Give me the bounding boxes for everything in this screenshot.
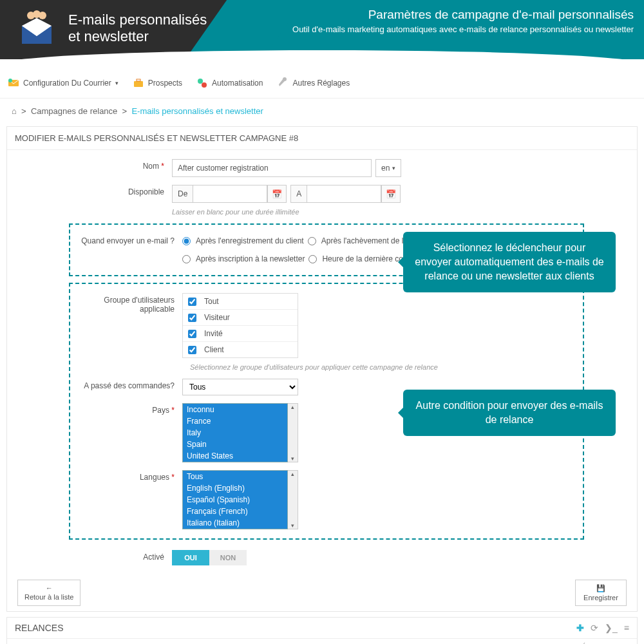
- breadcrumb: ⌂ > Campagnes de relance > E-mails perso…: [0, 99, 644, 124]
- radio-newsletter-signup[interactable]: Après inscription à la newsletter: [182, 252, 305, 266]
- mail-icon: [8, 77, 19, 89]
- add-icon[interactable]: ✚: [576, 623, 584, 633]
- user-group-checklist: Tout Visiteur Invité Client: [182, 293, 298, 358]
- date-to-input[interactable]: [307, 185, 381, 203]
- relances-title: RELANCES: [15, 623, 63, 633]
- active-toggle[interactable]: OUINON: [172, 550, 247, 565]
- radio-after-registration[interactable]: Après l'enregistrement du client: [182, 234, 304, 248]
- available-help: Laisser en blanc pour une durée illimité…: [172, 207, 627, 220]
- svg-point-7: [8, 79, 12, 82]
- app-icon: [18, 9, 55, 46]
- briefcase-icon: [133, 77, 144, 89]
- top-tabs: Configuration Du Courrier▾ Prospects Aut…: [0, 68, 644, 99]
- hero-subtitle: Paramètres de campagne d'e-mail personna…: [292, 8, 634, 34]
- placed-orders-select[interactable]: Tous: [182, 379, 298, 395]
- breadcrumb-current[interactable]: E-mails personnalisés et newsletter: [131, 106, 263, 116]
- country-label: Pays: [152, 406, 169, 415]
- date-from-input[interactable]: [193, 185, 267, 203]
- user-group-help: Sélectionnez le groupe d'utilisateurs po…: [190, 362, 583, 375]
- hero-title: E-mails personnaliséset newsletter: [68, 12, 207, 45]
- relances-panel: RELANCES ✚ ⟳ ❯_ ≡ Ordre ID▾▴ Sujet du co…: [6, 617, 638, 644]
- tab-prospects[interactable]: Prospects: [133, 77, 182, 89]
- user-group-label: Groupe d'utilisateurs applicable: [70, 293, 182, 314]
- calendar-icon[interactable]: 📅: [267, 185, 287, 203]
- save-icon: 💾: [596, 584, 605, 592]
- edit-panel: MODIFIER E-MAILS PERSONNALISÉS ET NEWSLE…: [6, 126, 638, 612]
- group-all[interactable]: Tout: [183, 294, 298, 310]
- svg-point-11: [202, 82, 207, 88]
- svg-rect-8: [134, 81, 143, 87]
- available-label: Disponible: [17, 185, 172, 196]
- panel-heading: MODIFIER E-MAILS PERSONNALISÉS ET NEWSLE…: [7, 127, 637, 150]
- group-visitor[interactable]: Visiteur: [183, 310, 298, 326]
- wrench-icon: [277, 77, 289, 89]
- tab-mail-config[interactable]: Configuration Du Courrier▾: [8, 77, 118, 89]
- breadcrumb-level-1[interactable]: Campagnes de relance: [31, 106, 117, 116]
- relances-header: Ordre ID▾▴ Sujet du courriel▾▴ Nombre d'…: [7, 638, 637, 644]
- to-label: A: [290, 185, 307, 203]
- save-button[interactable]: 💾 Enregistrer: [575, 580, 627, 606]
- calendar-icon[interactable]: 📅: [381, 185, 401, 203]
- back-button[interactable]: ← Retour à la liste: [17, 580, 80, 606]
- from-label: De: [172, 185, 193, 203]
- scrollbar[interactable]: ▴▾: [288, 403, 298, 462]
- when-send-label: Quand envoyer un e-mail ?: [70, 234, 182, 245]
- languages-label: Langues: [140, 473, 169, 482]
- name-label: Nom: [143, 162, 159, 171]
- chevron-down-icon: ▾: [115, 80, 118, 86]
- country-multiselect[interactable]: InconnuFranceItalySpainUnited States ▴▾: [182, 403, 298, 462]
- tab-automation[interactable]: Automatisation: [196, 77, 263, 89]
- name-input[interactable]: [172, 159, 372, 177]
- arrow-left-icon: ←: [46, 584, 53, 592]
- callout-condition: Autre condition pour envoyer des e-mails…: [403, 390, 616, 436]
- svg-rect-9: [137, 79, 140, 81]
- group-guest[interactable]: Invité: [183, 326, 298, 342]
- svg-point-5: [39, 12, 46, 19]
- callout-trigger: Sélectionnez le déclencheur pour envoyer…: [403, 232, 616, 292]
- refresh-icon[interactable]: ⟳: [591, 623, 598, 633]
- hero-banner: E-mails personnaliséset newsletter Param…: [0, 0, 644, 59]
- gears-icon: [196, 77, 208, 89]
- scrollbar[interactable]: ▴▾: [288, 470, 298, 529]
- language-selector[interactable]: en▾: [375, 159, 401, 177]
- active-label: Activé: [17, 550, 172, 562]
- home-icon[interactable]: ⌂: [12, 106, 17, 116]
- languages-multiselect[interactable]: TousEnglish (English)Español (Spanish)Fr…: [182, 470, 298, 529]
- group-customer[interactable]: Client: [183, 342, 298, 357]
- database-icon[interactable]: ≡: [624, 623, 629, 633]
- placed-orders-label: A passé des commandes?: [70, 379, 182, 390]
- tab-other-settings[interactable]: Autres Réglages: [277, 77, 350, 89]
- terminal-icon[interactable]: ❯_: [605, 623, 618, 633]
- svg-point-10: [198, 79, 203, 84]
